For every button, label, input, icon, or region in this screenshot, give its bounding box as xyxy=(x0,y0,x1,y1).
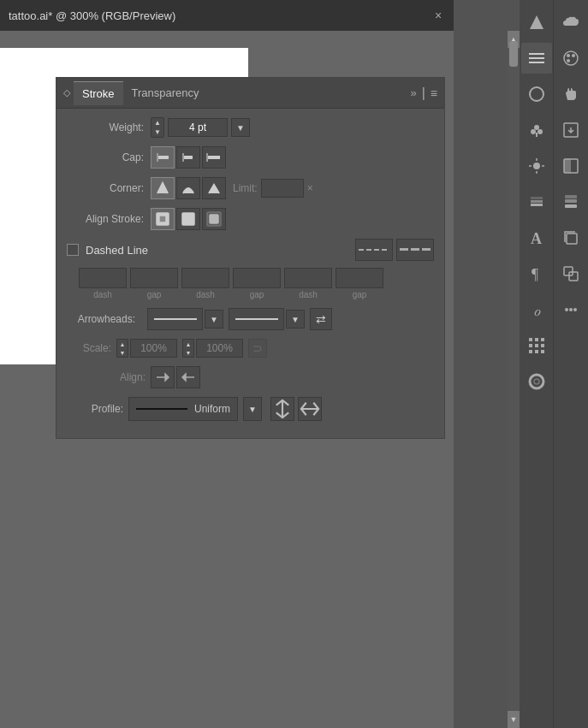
scale-spinner-1[interactable]: ▲ ▼ xyxy=(116,339,128,358)
corner-row: Corner: Limit: × xyxy=(67,177,434,199)
scale-value-2[interactable] xyxy=(196,339,243,358)
svg-text:A: A xyxy=(531,230,542,247)
svg-rect-43 xyxy=(535,338,538,341)
weight-dropdown[interactable]: ▼ xyxy=(231,118,250,137)
scale-value-1[interactable] xyxy=(130,339,177,358)
tab-transparency[interactable]: Transparency xyxy=(123,81,208,104)
scrollbar[interactable]: ▲ ▼ xyxy=(508,31,520,728)
tool-btn-italic[interactable]: ℴ xyxy=(521,294,552,325)
svg-rect-15 xyxy=(382,249,387,251)
weight-down[interactable]: ▼ xyxy=(151,127,163,137)
dash-pattern-btn-1[interactable] xyxy=(355,239,393,261)
tool-btn-export[interactable] xyxy=(555,115,586,145)
tool-btn-palette[interactable] xyxy=(555,43,586,74)
svg-rect-30 xyxy=(536,133,538,137)
svg-rect-63 xyxy=(567,234,577,244)
arrow-end-select: ▼ xyxy=(229,308,305,330)
tool-btn-rect-shade[interactable] xyxy=(555,151,586,181)
tool-btn-menu[interactable] xyxy=(521,43,552,74)
panel-expand-icon[interactable]: » xyxy=(410,86,416,99)
stroke-panel: ◇ Stroke Transparency » | ≡ Weight: ▲ ▼ … xyxy=(56,77,445,439)
link-scale-btn[interactable]: ⊃ xyxy=(248,339,267,358)
svg-rect-36 xyxy=(531,204,543,206)
tool-btn-sun[interactable] xyxy=(521,151,552,181)
tool-btn-donut[interactable] xyxy=(521,366,552,397)
align-center-btn[interactable] xyxy=(176,208,200,230)
align-btn-2[interactable] xyxy=(176,366,200,388)
tool-btn-cloud[interactable] xyxy=(555,7,586,38)
arrow-start-dropdown[interactable]: ▼ xyxy=(205,310,223,328)
profile-dropdown-btn[interactable]: ▼ xyxy=(243,397,262,421)
weight-input[interactable] xyxy=(168,118,228,137)
dash-pattern-btns xyxy=(355,239,434,261)
tab-stroke[interactable]: Stroke xyxy=(74,81,123,105)
svg-point-55 xyxy=(572,54,575,57)
align-btn-1[interactable] xyxy=(151,366,175,388)
profile-select[interactable]: Uniform xyxy=(128,397,238,421)
arrow-end-box[interactable] xyxy=(229,308,284,330)
cap-square-btn[interactable] xyxy=(202,146,226,169)
corner-group xyxy=(151,177,226,199)
dash-val-4[interactable] xyxy=(233,268,281,288)
tool-btn-layers[interactable] xyxy=(521,186,552,217)
tool-btn-hand[interactable] xyxy=(555,79,586,109)
svg-rect-65 xyxy=(569,272,578,281)
tool-btn-text[interactable]: A xyxy=(521,222,552,253)
limit-close-btn[interactable]: × xyxy=(307,182,313,194)
corner-round-btn[interactable] xyxy=(176,177,200,199)
dash-val-3[interactable] xyxy=(181,268,229,288)
scroll-thumb[interactable] xyxy=(509,41,518,67)
profile-flip-v-btn[interactable] xyxy=(298,397,322,421)
arrow-end-dropdown[interactable]: ▼ xyxy=(286,310,305,328)
corner-miter-btn[interactable] xyxy=(151,177,175,199)
tool-btn-copy[interactable] xyxy=(555,222,586,253)
tool-btn-cone[interactable] xyxy=(521,7,552,38)
corner-bevel-btn[interactable] xyxy=(202,177,226,199)
align-inside-btn[interactable] xyxy=(151,208,175,230)
arrow-start-box[interactable] xyxy=(147,308,203,330)
dash-val-2[interactable] xyxy=(130,268,178,288)
dash-val-5[interactable] xyxy=(284,268,332,288)
dashed-checkbox[interactable] xyxy=(67,244,79,256)
cap-butt-btn[interactable] xyxy=(151,146,175,169)
dash-pattern-btn-2[interactable] xyxy=(396,239,434,261)
align-outside-btn[interactable] xyxy=(202,208,226,230)
profile-flip-h-btn[interactable] xyxy=(270,397,294,421)
dash-input-6: gap xyxy=(336,268,383,299)
scroll-down-btn[interactable]: ▼ xyxy=(508,711,520,728)
scale-up-2[interactable]: ▲ xyxy=(183,340,193,348)
svg-marker-22 xyxy=(182,374,186,381)
svg-rect-3 xyxy=(182,153,184,162)
scale-down-1[interactable]: ▼ xyxy=(117,348,128,357)
profile-line xyxy=(136,408,187,410)
scale-spinner-2[interactable]: ▲ ▼ xyxy=(182,339,194,358)
tool-btn-stack[interactable] xyxy=(555,186,586,217)
dashed-label: Dashed Line xyxy=(86,244,355,257)
scale-up-1[interactable]: ▲ xyxy=(117,340,128,348)
panel-menu-icon[interactable]: ≡ xyxy=(431,86,437,100)
tool-btn-club[interactable] xyxy=(521,115,552,145)
svg-rect-1 xyxy=(157,153,158,162)
tool-btn-paragraph[interactable]: ¶ xyxy=(521,258,552,289)
svg-rect-50 xyxy=(541,350,544,353)
dash-val-1[interactable] xyxy=(79,268,127,288)
swap-arrows-btn[interactable]: ⇄ xyxy=(310,308,332,330)
svg-point-26 xyxy=(530,87,543,101)
tool-btn-combine[interactable] xyxy=(555,258,586,289)
dash-label-2: gap xyxy=(147,290,162,299)
dash-val-6[interactable] xyxy=(336,268,383,288)
svg-rect-46 xyxy=(535,344,538,347)
dash-label-1: dash xyxy=(93,290,112,299)
tool-btn-circle[interactable] xyxy=(521,79,552,109)
weight-spinner[interactable]: ▲ ▼ xyxy=(151,117,164,138)
svg-rect-9 xyxy=(182,213,194,225)
weight-up[interactable]: ▲ xyxy=(151,118,163,127)
tool-btn-dots2[interactable] xyxy=(555,294,586,325)
close-button[interactable]: × xyxy=(431,9,445,22)
panel-collapse-icon[interactable]: ◇ xyxy=(63,87,70,98)
scale-down-2[interactable]: ▼ xyxy=(183,348,193,357)
cap-round-btn[interactable] xyxy=(176,146,200,169)
tool-btn-grid[interactable] xyxy=(521,330,552,361)
svg-rect-16 xyxy=(400,248,408,251)
limit-input[interactable] xyxy=(261,179,304,198)
